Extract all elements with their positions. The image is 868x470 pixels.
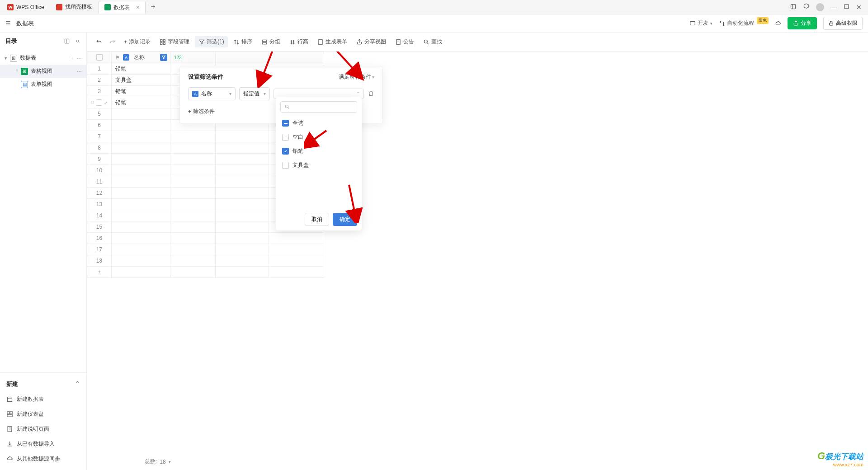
import-existing[interactable]: 从已有数据导入 [0, 437, 86, 451]
value-dropdown: 全选 空白 ✓铅笔 文具盒 取消 确定 [276, 97, 362, 230]
group-button[interactable]: 分组 [258, 36, 284, 47]
table-row[interactable]: 17 [87, 244, 324, 255]
select-all-header[interactable] [87, 52, 112, 63]
col-name-header[interactable]: ⚑ A 名称 [112, 52, 170, 63]
ok-button[interactable]: 确定 [333, 213, 357, 226]
window-controls: — ✕ [790, 3, 866, 11]
announce-button[interactable]: 公告 [392, 36, 418, 47]
tab-datasheet[interactable]: 数据表 × [99, 1, 146, 14]
new-dashboard[interactable]: 新建仪表盘 [0, 407, 86, 422]
avatar[interactable] [816, 3, 824, 11]
collapse-icon[interactable] [75, 38, 81, 44]
close-window-icon[interactable]: ✕ [856, 4, 862, 11]
table-row[interactable]: 16 [87, 233, 324, 244]
new-doc-page[interactable]: 新建说明页面 [0, 422, 86, 437]
svg-rect-22 [262, 42, 266, 44]
svg-rect-24 [396, 39, 400, 44]
field-mgmt-button[interactable]: 字段管理 [156, 36, 193, 47]
svg-line-27 [427, 42, 428, 44]
total-label: 总数: [145, 458, 157, 465]
sidebar: 目录 ▾ ⊞ 数据表 + ⋯ ⠿ ⊞ 表格视图 ⋯ [0, 33, 87, 470]
dropdown-search[interactable] [280, 101, 357, 113]
svg-rect-19 [160, 42, 162, 44]
add-icon[interactable]: + [71, 55, 74, 61]
drag-icon[interactable]: ⠿ [91, 100, 94, 105]
col2-header[interactable]: 123 [170, 52, 216, 63]
panel-icon[interactable] [64, 38, 70, 44]
text-field-icon: A [192, 91, 198, 97]
more-icon[interactable]: ⋯ [76, 68, 82, 75]
automation-label: 自动化流程 [727, 19, 754, 27]
new-title: 新建 [6, 380, 18, 388]
status-footer: 总数: 18 ▾ [145, 458, 171, 465]
table-row[interactable]: 18 [87, 255, 324, 267]
option-blank[interactable]: 空白 [280, 130, 357, 144]
form-icon [317, 39, 324, 45]
add-row-button[interactable]: + [87, 267, 324, 278]
col4-header[interactable] [269, 52, 324, 63]
option-pencil[interactable]: ✓铅笔 [280, 144, 357, 158]
delete-condition-button[interactable] [368, 90, 374, 98]
undo-button[interactable] [93, 37, 105, 47]
filter-cond-select[interactable]: 指定值 ▾ [239, 87, 270, 100]
svg-rect-20 [163, 42, 165, 44]
meet-all-dropdown[interactable]: 满足所有条件▾ [339, 73, 374, 81]
cube-icon[interactable] [803, 3, 810, 11]
search-button[interactable]: 查找 [420, 36, 446, 47]
app-menu-icon[interactable] [790, 3, 797, 11]
new-section-header[interactable]: 新建 ⌃ [0, 376, 86, 392]
column-filter-icon[interactable] [160, 54, 167, 61]
sidebar-new: 新建 ⌃ 新建数据表 新建仪表盘 新建说明页面 从已有数据导入 从其他数据源同步 [0, 372, 86, 470]
grid-icon: ⊞ [21, 68, 28, 75]
redo-button[interactable] [107, 37, 118, 47]
chevron-up-icon: ⌃ [356, 91, 360, 96]
gen-form-button[interactable]: 生成表单 [314, 36, 351, 47]
tree-label: 数据表 [20, 54, 36, 62]
automation-button[interactable]: 自动化流程 限免 [719, 19, 769, 27]
tab-wps-office[interactable]: W WPS Office [2, 1, 50, 14]
tab-label: WPS Office [16, 4, 44, 10]
maximize-icon[interactable] [843, 3, 850, 11]
titlebar: W WPS Office 找稻壳模板 数据表 × + — ✕ [0, 0, 868, 14]
tree-table-view[interactable]: ⠿ ⊞ 表格视图 ⋯ [0, 65, 86, 78]
expand-icon[interactable]: ⤢ [104, 100, 108, 105]
add-tab-button[interactable]: + [146, 1, 160, 14]
plus-icon: + [188, 108, 191, 115]
minimize-icon[interactable]: — [830, 4, 837, 11]
add-record-button[interactable]: +添加记录 [120, 36, 154, 47]
close-icon[interactable]: × [136, 4, 140, 11]
share-button[interactable]: 分享 [788, 17, 817, 29]
wps-logo-icon: W [7, 4, 14, 10]
col3-header[interactable] [216, 52, 269, 63]
cancel-button[interactable]: 取消 [305, 213, 329, 226]
cloud-button[interactable] [775, 20, 781, 27]
more-icon[interactable]: ⋯ [76, 55, 82, 61]
row-height-button[interactable]: 行高 [286, 36, 312, 47]
template-icon [56, 4, 62, 10]
chevron-up-icon: ⌃ [75, 380, 80, 388]
filter-field-select[interactable]: A名称 ▾ [188, 87, 236, 100]
sort-button[interactable]: 排序 [230, 36, 256, 47]
share-label: 分享 [801, 19, 811, 27]
sync-source[interactable]: 从其他数据源同步 [0, 451, 86, 466]
svg-line-29 [288, 108, 289, 109]
svg-rect-7 [65, 39, 69, 43]
dev-button[interactable]: 开发 ▾ [689, 19, 712, 27]
tab-template[interactable]: 找稻壳模板 [51, 1, 98, 14]
row-checkbox[interactable] [96, 99, 102, 106]
tree-root[interactable]: ▾ ⊞ 数据表 + ⋯ [0, 52, 86, 65]
option-all[interactable]: 全选 [280, 116, 357, 130]
tree-form-view[interactable]: ▤ 表单视图 [0, 78, 86, 91]
filter-button[interactable]: 筛选(1) [195, 36, 228, 47]
permission-button[interactable]: 高级权限 [823, 17, 863, 30]
hamburger-icon[interactable]: ☰ [5, 20, 11, 27]
new-datasheet[interactable]: 新建数据表 [0, 392, 86, 407]
svg-rect-11 [7, 412, 9, 414]
trash-icon [368, 90, 374, 97]
datasheet-icon [104, 4, 111, 10]
flag-icon: ⚑ [115, 55, 120, 60]
chevron-down-icon[interactable]: ▾ [169, 460, 171, 464]
share-view-button[interactable]: 分享视图 [353, 36, 390, 47]
option-pencilbox[interactable]: 文具盒 [280, 158, 357, 172]
text-field-icon: A [123, 54, 129, 61]
